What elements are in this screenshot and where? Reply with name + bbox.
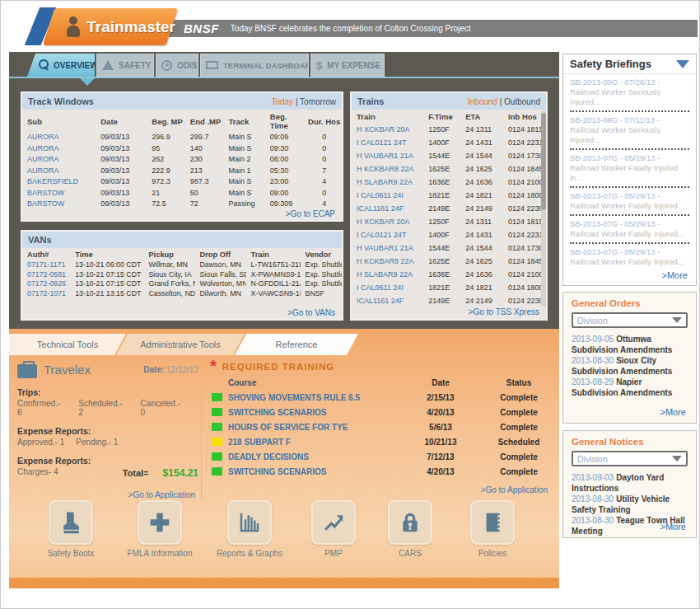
date-value: 12/12/12 bbox=[166, 365, 198, 374]
sub-link[interactable]: AURORA bbox=[22, 132, 96, 143]
train-link[interactable]: H VAUBAR1 21A bbox=[352, 241, 423, 255]
vans-panel: VANs Auth# Time Pickup Drop Off Train Ve… bbox=[21, 230, 343, 321]
orders-more-link[interactable]: >More bbox=[660, 407, 687, 417]
division-dropdown[interactable]: Division bbox=[572, 451, 688, 466]
briefing-item[interactable]: SB-2013-09G - 07/26/13 - Railroad Worker… bbox=[563, 74, 696, 112]
training-date: 10/21/13 bbox=[399, 438, 482, 447]
cell-end-mp: 140 bbox=[185, 143, 224, 155]
sub-link[interactable]: BAKERSFIELD bbox=[22, 176, 96, 188]
shortcut-fmla-information[interactable]: FMLA Information bbox=[123, 500, 197, 559]
travelex-titlerow: Travelex Date: 12/12/12 bbox=[17, 360, 198, 378]
cell-ftime: 1625E bbox=[423, 162, 460, 176]
toggle-outbound[interactable]: Outbound bbox=[504, 97, 540, 106]
cell-beg-time: 09:30 bbox=[265, 143, 306, 155]
required-training-rows: SHOVING MOVEMENTS RULE 6.5 2/15/13 Compl… bbox=[207, 390, 556, 479]
shortcut-policies[interactable]: Policies bbox=[455, 500, 530, 559]
train-link[interactable]: I CAL0611 24I bbox=[352, 189, 423, 202]
cell-eta: 24 2149 bbox=[460, 294, 503, 307]
shortcut-label: Reports & Graphs bbox=[212, 549, 287, 559]
course-link[interactable]: SHOVING MOVEMENTS RULE 6.5 bbox=[225, 393, 399, 402]
briefing-item[interactable]: SB-2013-08G - 07/11/13 - Railroad Worker… bbox=[563, 112, 696, 150]
cell-vendor: Exp. Shuttle bbox=[301, 279, 342, 289]
tab-reference[interactable]: Reference bbox=[235, 334, 358, 355]
table-row: H KCKBAR8 22A 1625E 24 1625 0124 1845 bbox=[352, 255, 546, 268]
total: Total= $154.21 bbox=[123, 467, 198, 479]
course-link[interactable]: SWITCHING SCENARIOS bbox=[225, 467, 399, 476]
training-date: 2/15/13 bbox=[399, 393, 482, 402]
tab-reference-label: Reference bbox=[276, 340, 318, 349]
col-dropoff: Drop Off bbox=[195, 248, 246, 260]
tab-safety[interactable]: SAFETY bbox=[96, 54, 154, 77]
course-link[interactable]: 218 SUBPART F bbox=[225, 438, 399, 447]
training-go-to-application-link[interactable]: >Go to Application bbox=[207, 485, 556, 494]
sub-link[interactable]: BARSTOW bbox=[22, 199, 96, 210]
tab-technical-tools[interactable]: Technical Tools bbox=[9, 334, 126, 355]
order-item[interactable]: 2013-08-29Napier Subdivision Amendments bbox=[572, 377, 688, 398]
auth-link[interactable]: 07171-1171 bbox=[22, 260, 70, 270]
cell-dropoff: Dawson, MN bbox=[195, 260, 246, 270]
chevron-down-icon[interactable] bbox=[676, 60, 689, 68]
sub-link[interactable]: AURORA bbox=[22, 143, 96, 155]
toggle-today[interactable]: Today bbox=[271, 97, 293, 106]
briefing-id: SB-2013-07G - 05/29/13 bbox=[570, 153, 656, 162]
scrollbar-thumb[interactable] bbox=[541, 113, 546, 210]
course-link[interactable]: HOURS OF SERVICE FOR TYE bbox=[225, 423, 399, 432]
go-to-ecap-link[interactable]: >Go to ECAP bbox=[286, 209, 335, 218]
travelex-go-to-application-link[interactable]: >Go to Application bbox=[17, 490, 198, 499]
course-link[interactable]: SWITCHING SCENARIOS bbox=[225, 408, 399, 417]
train-link[interactable]: H KCKBAR8 22A bbox=[352, 162, 423, 176]
go-to-tss-xpress-link[interactable]: >Go to TSS Xpress bbox=[469, 307, 539, 316]
tab-administrative-tools[interactable]: Administrative Tools bbox=[116, 334, 245, 355]
cell-ftime: 1821E bbox=[423, 189, 460, 202]
briefings-more-link[interactable]: >More bbox=[662, 270, 688, 280]
order-item[interactable]: 2013-08-30Sioux City Subdivision Amendme… bbox=[572, 355, 688, 377]
tab-my-expense[interactable]: $ MY EXPENSE bbox=[310, 54, 385, 77]
sub-link[interactable]: AURORA bbox=[22, 166, 96, 177]
shortcut-pmp[interactable]: PMP bbox=[296, 500, 371, 559]
train-link[interactable]: I CAL0121 24T bbox=[352, 228, 423, 241]
sub-link[interactable]: AURORA bbox=[22, 154, 96, 166]
division-dropdown[interactable]: Division bbox=[572, 312, 688, 328]
notice-item[interactable]: 2013-09-03Dayton Yard Instructions bbox=[572, 472, 688, 494]
train-link[interactable]: H VAUBAR1 21A bbox=[352, 149, 423, 162]
toggle-inbound[interactable]: Inbound bbox=[468, 97, 497, 106]
train-link[interactable]: I CAL0121 24T bbox=[352, 136, 423, 149]
briefing-item[interactable]: SB-2013-07G - 05/29/13 - Railroad Worker… bbox=[563, 188, 696, 216]
briefing-item[interactable]: SB-2013-07G - 05/29/13 - Railroad Worker… bbox=[563, 244, 696, 267]
train-link[interactable]: H XCKBAR 20A bbox=[352, 215, 423, 228]
tab-terminal-dashboard-label: TERMINAL DASHBOARD bbox=[223, 61, 309, 70]
order-item[interactable]: 2013-09-05Ottumwa Subdivision Amendments bbox=[572, 334, 688, 355]
tab-odis[interactable]: ODIS bbox=[156, 54, 198, 77]
briefing-item[interactable]: SB-2013-07G - 05/29/13 - Railroad Worker… bbox=[563, 216, 696, 244]
col-beg-time: Beg. Time bbox=[265, 110, 306, 132]
notice-item[interactable]: 2013-08-30Utility Vehicle Safety Trainin… bbox=[572, 494, 688, 515]
scrollbar[interactable] bbox=[541, 111, 546, 306]
auth-link[interactable]: 07172-1071 bbox=[22, 289, 70, 299]
track-windows-toggle: Today | Tomorrow bbox=[271, 97, 336, 106]
sub-link[interactable]: BARSTOW bbox=[22, 188, 96, 199]
cell-pickup: Sioux City, IA bbox=[143, 270, 194, 280]
train-link[interactable]: ICAL1161 24F bbox=[352, 202, 423, 215]
tab-terminal-dashboard[interactable]: TERMINAL DASHBOARD bbox=[200, 54, 309, 77]
train-link[interactable]: H SLABAR9 22A bbox=[352, 176, 423, 189]
auth-link[interactable]: 07172-0926 bbox=[22, 279, 70, 289]
train-link[interactable]: H KCKBAR8 22A bbox=[352, 255, 423, 268]
train-link[interactable]: I CAL0611 24I bbox=[352, 281, 423, 294]
shortcut-cars[interactable]: CARS bbox=[373, 500, 447, 559]
briefing-item[interactable]: SB-2013-07G - 05/29/13 - Railroad Worker… bbox=[563, 150, 696, 188]
table-row: AURORA 09/03/13 222.9 213 Main 1 05:30 7 bbox=[22, 166, 342, 177]
go-to-vans-link[interactable]: >Go to VANs bbox=[287, 308, 335, 317]
padlock-icon bbox=[388, 500, 432, 545]
cell-eta: 24 1636 bbox=[460, 268, 503, 281]
train-link[interactable]: H XCKBAR 20A bbox=[352, 123, 423, 136]
course-link[interactable]: DEADLY DECISIONS bbox=[225, 452, 399, 461]
tab-overview[interactable]: OVERVIEW bbox=[27, 54, 95, 77]
notices-more-link[interactable]: >More bbox=[660, 522, 687, 532]
train-link[interactable]: H SLABAR9 22A bbox=[352, 268, 423, 281]
toggle-tomorrow[interactable]: Tomorrow bbox=[300, 97, 336, 106]
auth-link[interactable]: 07172-0581 bbox=[22, 270, 70, 280]
shortcut-reports-graphs[interactable]: Reports & Graphs bbox=[212, 500, 287, 559]
notice-date: 2013-08-30 bbox=[572, 494, 614, 504]
shortcut-safety-bootx[interactable]: Safety Bootx bbox=[34, 500, 108, 559]
train-link[interactable]: ICAL1161 24F bbox=[352, 294, 423, 307]
